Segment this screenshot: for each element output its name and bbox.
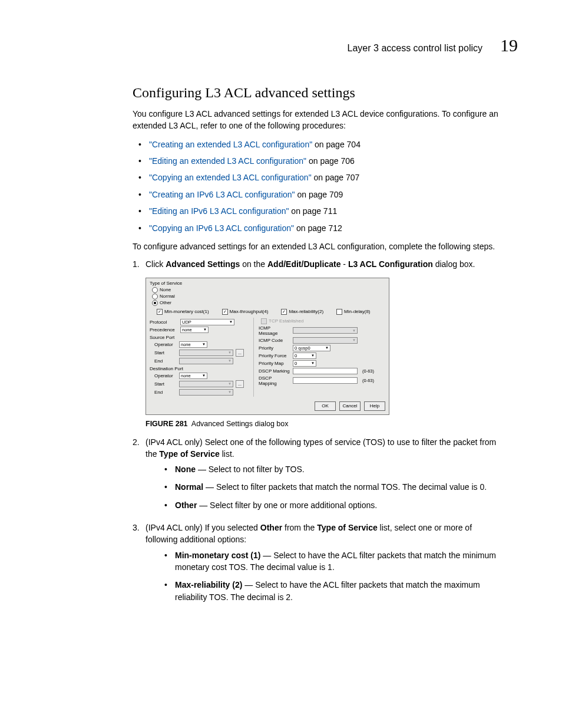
ellipsis-button[interactable]: ... [236, 349, 244, 357]
check-max-reliability[interactable] [281, 309, 287, 315]
link-edit-ext[interactable]: "Editing an extended L3 ACL configuratio… [149, 156, 306, 166]
priority-map-combo[interactable]: 0▼ [293, 360, 316, 367]
figure-caption: FIGURE 281 Advanced Settings dialog box [146, 420, 506, 428]
link-edit-ipv6[interactable]: "Editing an IPv6 L3 ACL configuration" [149, 206, 289, 216]
step-text: Click [146, 259, 166, 269]
check-max-throughput[interactable] [222, 309, 228, 315]
icmp-code-label: ICMP Code [259, 338, 290, 343]
src-operator-combo[interactable]: none▼ [179, 341, 207, 348]
protocol-combo[interactable]: UDP▼ [180, 319, 234, 325]
dest-port-label: Destination Port [150, 366, 251, 371]
lead-paragraph: To configure advanced settings for an ex… [133, 241, 506, 252]
radio-other[interactable] [152, 300, 158, 306]
link-create-ipv6[interactable]: "Creating an IPv6 L3 ACL configuration" [149, 190, 295, 199]
content-area: Configuring L3 ACL advanced settings You… [133, 85, 506, 609]
link-suffix: on page 712 [294, 223, 342, 233]
item-bold: Max-reliability (2) [175, 580, 242, 589]
precedence-combo[interactable]: none▼ [180, 327, 209, 333]
step2-list: None — Select to not filter by TOS. Norm… [158, 463, 506, 511]
link-copy-ext[interactable]: "Copying an extended L3 ACL configuratio… [149, 173, 312, 182]
priority-force-combo[interactable]: 0▼ [293, 353, 316, 359]
page-title: Configuring L3 ACL advanced settings [133, 85, 506, 101]
radio-label: Normal [160, 294, 175, 299]
step-number: 1. [133, 258, 146, 270]
item-text: — Select filter by one or more additiona… [197, 500, 377, 510]
caret-icon: ▼ [352, 338, 356, 342]
check-label: Min-delay(8) [344, 309, 370, 314]
dialog-left-column: Protocol UDP▼ Precedence none▼ Source Po… [150, 318, 254, 397]
item-bold: Normal [175, 482, 203, 492]
step3-list: Min-monetary cost (1) — Select to have t… [158, 549, 506, 603]
step-number: 2. [133, 436, 146, 517]
caret-icon: ▼ [228, 351, 232, 354]
icmp-code-combo[interactable]: ▼ [293, 337, 358, 344]
link-create-ext[interactable]: "Creating an extended L3 ACL configurati… [149, 140, 312, 149]
icmp-message-combo[interactable]: ▼ [293, 327, 358, 334]
intro-paragraph: You configure L3 ACL advanced settings f… [133, 108, 506, 132]
source-port-label: Source Port [150, 335, 251, 340]
chapter-number: 19 [500, 35, 518, 55]
dst-end-combo[interactable]: ▼ [179, 389, 233, 396]
dscp-marking-input[interactable] [293, 368, 358, 374]
dst-operator-combo[interactable]: none▼ [179, 373, 207, 379]
figure-caption-text: Advanced Settings dialog box [191, 420, 289, 428]
check-min-monetary[interactable] [157, 309, 163, 315]
dscp-mapping-input[interactable] [293, 377, 358, 384]
step-text: - [340, 259, 348, 269]
priority-label: Priority [259, 345, 290, 351]
priority-map-label: Priority Map [259, 361, 290, 366]
start-label: Start [154, 350, 177, 355]
operator-label: Operator [154, 373, 177, 378]
step-bold: Add/Edit/Duplicate [267, 259, 340, 269]
check-label: Max-throughput(4) [230, 309, 269, 314]
dialog-right-column: TCP Established ICMP Message ▼ ICMP Code… [257, 318, 385, 397]
link-copy-ipv6[interactable]: "Copying an IPv6 L3 ACL configuration" [149, 223, 294, 233]
header-section: Layer 3 access control list policy [348, 43, 482, 54]
help-button[interactable]: Help [364, 401, 385, 411]
caret-icon: ▼ [202, 342, 206, 346]
item-text: — Select to filter packets that match th… [203, 482, 487, 492]
check-label: TCP Established [269, 318, 303, 324]
link-suffix: on page 704 [312, 140, 361, 149]
link-suffix: on page 711 [289, 206, 337, 216]
end-label: End [154, 390, 177, 395]
step-1: 1. Click Advanced Settings on the Add/Ed… [133, 258, 506, 270]
link-suffix: on page 706 [306, 156, 355, 166]
step-text: (IPv4 ACL only) If you selected [146, 523, 260, 532]
src-end-combo[interactable]: ▼ [179, 358, 233, 364]
ok-button[interactable]: OK [315, 401, 336, 411]
ellipsis-button[interactable]: ... [236, 380, 244, 388]
check-tcp-established [261, 318, 267, 324]
tos-label: Type of Service [150, 281, 385, 286]
cancel-button[interactable]: Cancel [339, 401, 361, 411]
caret-icon: ▼ [228, 382, 232, 386]
protocol-label: Protocol [150, 319, 178, 325]
step-bold: L3 ACL Configuration [348, 259, 433, 269]
step-number: 3. [133, 522, 146, 609]
dscp-marking-label: DSCP Marking [259, 368, 290, 374]
precedence-label: Precedence [150, 327, 178, 332]
step-2: 2. (IPv4 ACL only) Select one of the fol… [133, 436, 506, 517]
src-start-combo[interactable]: ▼ [179, 350, 233, 356]
page-header: Layer 3 access control list policy 19 [44, 35, 518, 55]
caret-icon: ▼ [229, 320, 233, 324]
step-bold: Advanced Settings [166, 259, 240, 269]
check-min-delay[interactable] [336, 309, 342, 315]
radio-normal[interactable] [152, 294, 158, 299]
figure-281: Type of Service None Normal Other Min-mo… [146, 278, 506, 415]
priority-combo[interactable]: 0 qosp0▼ [293, 345, 330, 351]
check-label: Min-monetary cost(1) [164, 309, 209, 314]
radio-none[interactable] [152, 287, 158, 293]
page: Layer 3 access control list policy 19 Co… [0, 0, 562, 649]
caret-icon: ▼ [352, 329, 356, 332]
dst-start-combo[interactable]: ▼ [179, 381, 233, 387]
step-bold: Type of Service [317, 523, 377, 532]
advanced-settings-dialog: Type of Service None Normal Other Min-mo… [146, 278, 389, 415]
figure-label: FIGURE 281 [146, 420, 188, 428]
step-text: dialog box. [433, 259, 475, 269]
check-label: Max-reliability(2) [289, 309, 323, 314]
dscp-mapping-label: DSCP Mapping [259, 375, 290, 386]
operator-label: Operator [154, 342, 177, 347]
priority-force-label: Priority Force [259, 353, 290, 358]
caret-icon: ▼ [228, 359, 232, 363]
